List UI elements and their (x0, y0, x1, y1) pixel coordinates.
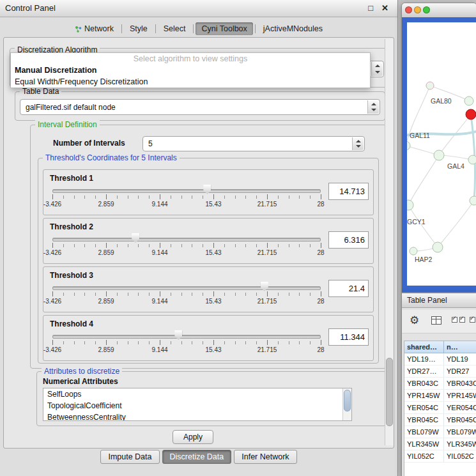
table-row[interactable]: YIL052CYIL052C (404, 450, 476, 463)
threshold-slider[interactable]: -3.4262.8599.14415.4321.71528 (52, 284, 321, 308)
list-scrollbar[interactable] (342, 388, 351, 420)
table-cell: YIL052C (404, 450, 444, 462)
network-node[interactable] (464, 96, 473, 105)
slider-tick-label: -3.426 (43, 298, 61, 305)
panel-scrollbar[interactable] (385, 39, 394, 445)
network-node[interactable] (470, 196, 476, 205)
table-row[interactable]: YDR27…YDR27 (404, 365, 476, 378)
threshold-panel-4: Threshold 4-3.4262.8599.14415.4321.71528… (43, 315, 374, 361)
select-all-columns-icon[interactable] (452, 317, 465, 323)
threshold-slider[interactable]: -3.4262.8599.14415.4321.71528 (52, 187, 321, 211)
slider-ticks (52, 293, 321, 296)
tab-discretize-data[interactable]: Discretize Data (162, 450, 232, 464)
columns-icon[interactable] (431, 316, 441, 325)
tab-network[interactable]: Network (69, 22, 119, 35)
slider-tick-label: 2.859 (98, 346, 114, 353)
table-header-row: shared…n… (404, 341, 476, 353)
checkbox-icon (452, 317, 457, 323)
table-cell: YBR043C (444, 378, 476, 389)
table-row[interactable]: YBL079WYBL079W (404, 426, 476, 438)
table-data-combobox[interactable]: galFiltered.sif default node (20, 99, 380, 115)
table-row[interactable]: YBR043CYBR043C (404, 378, 476, 390)
list-scrollbar-thumb[interactable] (344, 390, 351, 411)
number-of-intervals-combobox[interactable]: 5 (142, 136, 365, 151)
attribute-item[interactable]: TopologicalCoefficient (43, 400, 351, 411)
table-cell: YER054C (444, 402, 476, 413)
threshold-value-field[interactable]: 21.4 (328, 280, 369, 297)
slider-major-tick (160, 291, 160, 296)
table-row[interactable]: YDL19…YDL19 (404, 353, 476, 365)
slider-tick-label: 28 (317, 346, 324, 353)
threshold-value-field[interactable]: 6.316 (328, 231, 369, 249)
float-window-icon[interactable]: □ (368, 3, 373, 13)
network-node[interactable] (468, 155, 476, 164)
table-body: YDL19…YDL19YDR27…YDR27YBR043CYBR043CYPR1… (404, 353, 476, 463)
network-view-frame: GAL80GAL11GAL4GCY1HAP2 (402, 17, 476, 292)
algorithm-option-manual-discretization[interactable]: Manual Discretization (11, 65, 370, 76)
column-header-2[interactable]: n… (444, 341, 476, 353)
slider-major-tick (213, 340, 214, 345)
threshold-slider[interactable]: -3.4262.8599.14415.4321.71528 (52, 332, 321, 357)
slider-tick-label: -3.426 (43, 346, 61, 353)
attribute-item[interactable]: SelfLoops (43, 388, 351, 400)
slider-major-tick (321, 291, 321, 296)
tab-select[interactable]: Select (158, 22, 192, 35)
threshold-value-field[interactable]: 11.344 (328, 328, 369, 346)
table-row[interactable]: YBR045CYBR045C (404, 414, 476, 426)
checkbox-icon (459, 317, 465, 323)
slider-tick-label: 28 (317, 201, 324, 208)
apply-button[interactable]: Apply (173, 430, 213, 444)
tab-style[interactable]: Style (124, 22, 153, 35)
number-of-intervals-label: Number of Intervals (53, 139, 125, 148)
table-row[interactable]: YLR345WYLR345W (404, 438, 476, 450)
network-node[interactable] (410, 247, 417, 255)
threshold-label: Threshold 1 (50, 174, 93, 183)
network-node[interactable] (426, 82, 434, 89)
slider-major-tick (160, 340, 160, 345)
mac-zoom-button[interactable] (423, 6, 430, 13)
network-edge[interactable] (408, 205, 438, 247)
slider-tick-label: 28 (317, 249, 324, 256)
gear-icon[interactable]: ⚙ (410, 314, 419, 327)
panel-scrollbar-thumb[interactable] (386, 358, 393, 426)
unselect-columns-icon[interactable] (470, 317, 476, 323)
network-node[interactable] (433, 242, 443, 252)
tab-infer-network[interactable]: Infer Network (234, 450, 296, 464)
table-row[interactable]: YER054CYER054C (404, 402, 476, 414)
network-node[interactable] (407, 141, 410, 150)
mac-close-button[interactable] (405, 6, 412, 13)
network-node[interactable] (434, 150, 444, 160)
close-window-icon[interactable]: ✕ (381, 3, 388, 13)
threshold-slider[interactable]: -3.4262.8599.14415.4321.71528 (52, 235, 321, 259)
network-edge[interactable] (408, 155, 439, 205)
threshold-panel-3: Threshold 3-3.4262.8599.14415.4321.71528… (43, 266, 374, 312)
slider-major-tick (106, 243, 107, 248)
numerical-attributes-list[interactable]: SelfLoopsTopologicalCoefficientBetweenne… (43, 388, 352, 421)
slider-tick-label: 21.715 (257, 201, 277, 208)
table-row[interactable]: YPR145WYPR145W (404, 390, 476, 402)
algorithm-option-equal-width-frequency-discretization[interactable]: Equal Width/Frequency Discretization (11, 76, 370, 88)
network-canvas[interactable]: GAL80GAL11GAL4GCY1HAP2 (407, 22, 476, 286)
tab-jactivemnodules[interactable]: jActiveMNodules (257, 22, 328, 35)
table-data-group-title: Table Data (20, 87, 61, 96)
table-cell: YDL19 (444, 353, 476, 365)
table-panel-titlebar: Table Panel (402, 293, 476, 308)
interval-definition-group-title: Interval Definition (35, 120, 100, 129)
slider-tick-label: 9.144 (151, 249, 167, 256)
slider-tick-label: -3.426 (43, 201, 61, 208)
algorithm-dropdown-popup: Select algorithm to view settings Manual… (10, 52, 371, 88)
attribute-item[interactable]: BetweennessCentrality (43, 411, 351, 421)
column-header-1[interactable]: shared… (404, 341, 444, 353)
table-cell: YIL052C (444, 450, 476, 462)
tab-cyni-toolbox[interactable]: Cyni Toolbox (196, 22, 252, 35)
slider-tick-label: 21.715 (257, 298, 277, 305)
threshold-value-field[interactable]: 14.713 (328, 183, 369, 200)
network-node-selected[interactable] (466, 109, 476, 119)
tab-label: Cyni Toolbox (201, 24, 247, 33)
slider-tick-label: 15.43 (205, 249, 221, 256)
table-data-combobox-value: galFiltered.sif default node (26, 100, 116, 114)
network-node[interactable] (407, 200, 413, 210)
network-edge[interactable] (438, 201, 474, 247)
tab-impute-data[interactable]: Impute Data (100, 450, 159, 464)
mac-minimize-button[interactable] (414, 6, 421, 13)
